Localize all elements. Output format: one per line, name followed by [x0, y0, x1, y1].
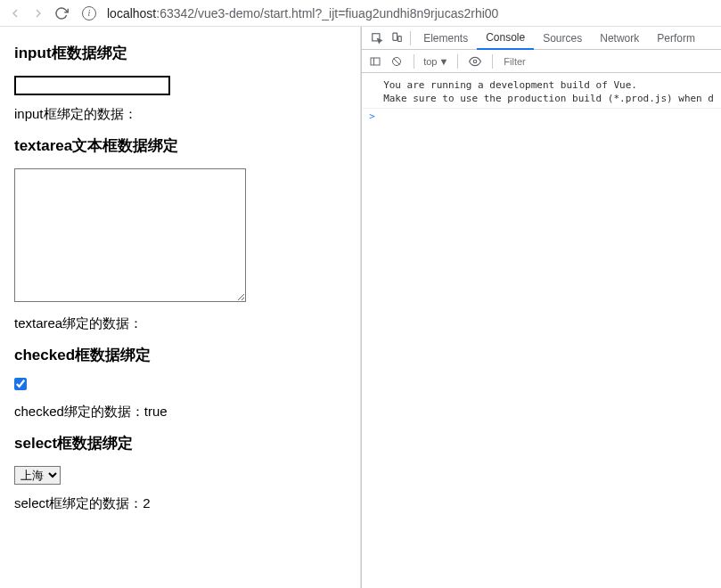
- console-sidebar-icon[interactable]: [367, 56, 383, 67]
- main-area: input框数据绑定 input框绑定的数据： textarea文本框数据绑定 …: [0, 27, 721, 588]
- url-path: :63342/vue3-demo/start.html?_ijt=fiuag2u…: [156, 6, 498, 20]
- devtools-panel: Elements Console Sources Network Perform…: [361, 27, 721, 588]
- tab-sources[interactable]: Sources: [534, 27, 591, 50]
- separator: [492, 54, 493, 69]
- console-output: You are running a development build of V…: [362, 73, 721, 588]
- textarea-input[interactable]: [14, 168, 246, 302]
- separator: [410, 31, 411, 45]
- select-input[interactable]: 上海: [14, 466, 61, 485]
- context-selector[interactable]: top ▼: [423, 56, 448, 67]
- url-host: localhost: [107, 6, 156, 20]
- devtools-tabs: Elements Console Sources Network Perform: [362, 27, 721, 50]
- console-filter-input[interactable]: [502, 54, 721, 69]
- heading-checked: checked框数据绑定: [14, 345, 346, 365]
- device-icon[interactable]: [387, 32, 406, 45]
- separator: [457, 54, 458, 69]
- svg-rect-3: [371, 58, 380, 65]
- svg-rect-2: [398, 36, 402, 41]
- tab-performance[interactable]: Perform: [648, 27, 704, 50]
- tab-elements[interactable]: Elements: [414, 27, 477, 50]
- page-content: input框数据绑定 input框绑定的数据： textarea文本框数据绑定 …: [0, 27, 361, 588]
- forward-icon[interactable]: [30, 5, 46, 21]
- address-bar[interactable]: localhost:63342/vue3-demo/start.html?_ij…: [107, 6, 498, 20]
- tab-network[interactable]: Network: [591, 27, 648, 50]
- heading-input: input框数据绑定: [14, 43, 346, 63]
- context-label: top: [423, 56, 437, 67]
- reload-icon[interactable]: [53, 5, 70, 21]
- back-icon[interactable]: [7, 5, 23, 21]
- devtools-filterbar: top ▼: [362, 50, 721, 73]
- tab-console[interactable]: Console: [477, 27, 534, 50]
- label-select-bound: select框绑定的数据：2: [14, 495, 346, 512]
- text-input[interactable]: [14, 76, 170, 95]
- heading-textarea: textarea文本框数据绑定: [14, 135, 346, 156]
- separator: [414, 54, 414, 69]
- eye-icon[interactable]: [467, 55, 483, 68]
- clear-console-icon[interactable]: [389, 56, 405, 67]
- label-checked-bound: checked绑定的数据：true: [14, 404, 346, 421]
- svg-rect-1: [393, 33, 397, 40]
- chevron-down-icon: ▼: [438, 56, 448, 67]
- heading-select: select框数据绑定: [14, 433, 346, 453]
- svg-point-5: [474, 60, 478, 63]
- inspect-icon[interactable]: [367, 32, 387, 45]
- console-prompt[interactable]: >: [362, 109, 721, 124]
- label-textarea-bound: textarea绑定的数据：: [14, 315, 346, 332]
- browser-toolbar: i localhost:63342/vue3-demo/start.html?_…: [0, 0, 721, 27]
- site-info-icon[interactable]: i: [82, 6, 96, 20]
- label-input-bound: input框绑定的数据：: [14, 106, 346, 123]
- console-log-line: You are running a development build of V…: [362, 77, 721, 109]
- checkbox-input[interactable]: [14, 378, 27, 390]
